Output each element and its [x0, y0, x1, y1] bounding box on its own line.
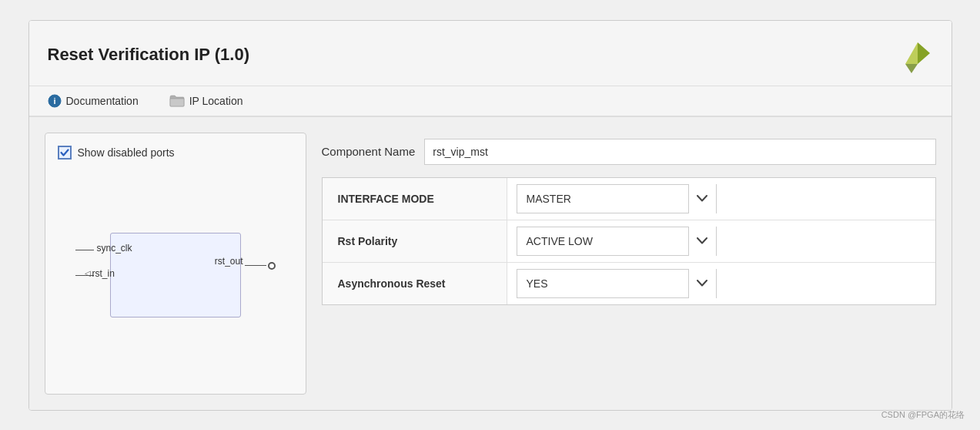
param-row-interface-mode: INTERFACE MODE MASTER: [323, 178, 935, 220]
rst-polarity-value: ACTIVE LOW: [517, 235, 688, 247]
show-disabled-label: Show disabled ports: [78, 146, 175, 159]
ip-location-link[interactable]: IP Location: [169, 95, 243, 107]
right-panel: Component Name INTERFACE MODE MASTER: [322, 133, 936, 395]
interface-mode-select[interactable]: MASTER: [517, 184, 717, 213]
svg-marker-0: [905, 42, 918, 64]
sync-clk-label: sync_clk: [97, 243, 132, 254]
async-reset-value: YES: [517, 277, 688, 290]
interface-mode-label: INTERFACE MODE: [323, 178, 507, 220]
diagram-area: sync_clk ◁ rst_in rst_out: [58, 169, 293, 381]
content-area: Show disabled ports sync_clk ◁ rst_in: [29, 117, 952, 410]
params-table: INTERFACE MODE MASTER: [322, 177, 936, 305]
rst-polarity-control: ACTIVE LOW: [507, 220, 935, 262]
interface-mode-control: MASTER: [507, 178, 935, 220]
folder-icon: [169, 95, 185, 107]
info-icon: i: [48, 94, 62, 108]
async-reset-select[interactable]: YES: [517, 269, 717, 298]
left-panel: Show disabled ports sync_clk ◁ rst_in: [45, 133, 306, 395]
svg-text:i: i: [53, 96, 55, 106]
interface-mode-chevron[interactable]: [688, 184, 716, 213]
wire-rst-out: [245, 262, 276, 270]
show-disabled-checkbox[interactable]: [58, 146, 72, 160]
async-reset-control: YES: [507, 263, 935, 304]
svg-marker-2: [905, 64, 918, 73]
component-name-label: Component Name: [322, 145, 416, 158]
main-window: Reset Verification IP (1.0) i Documentat…: [28, 20, 952, 411]
watermark: CSDN @FPGA的花络: [881, 409, 965, 421]
rst-polarity-label: Rst Polarity: [323, 220, 507, 262]
chevron-down-icon: [697, 280, 707, 287]
wire-sync-clk: [75, 250, 94, 251]
rst-polarity-chevron[interactable]: [688, 227, 716, 256]
interface-mode-value: MASTER: [517, 193, 688, 205]
rst-in-label: ◁ rst_in: [85, 268, 115, 279]
arrow-in-icon: ◁: [85, 269, 91, 277]
component-name-input[interactable]: [424, 139, 935, 165]
svg-marker-1: [918, 42, 930, 64]
param-row-rst-polarity: Rst Polarity ACTIVE LOW: [323, 220, 935, 263]
component-name-row: Component Name: [322, 139, 936, 165]
top-nav: i Documentation IP Location: [29, 86, 952, 117]
documentation-link[interactable]: i Documentation: [48, 94, 139, 108]
rst-out-dot: [268, 262, 276, 270]
chevron-down-icon: [697, 237, 707, 244]
param-row-async-reset: Asynchronous Reset YES: [323, 263, 935, 304]
page-title: Reset Verification IP (1.0): [48, 45, 249, 65]
async-reset-label: Asynchronous Reset: [323, 263, 507, 304]
chevron-down-icon: [697, 195, 707, 202]
check-icon: [60, 148, 69, 157]
logo-icon: [896, 36, 933, 73]
rst-polarity-select[interactable]: ACTIVE LOW: [517, 227, 717, 256]
title-bar: Reset Verification IP (1.0): [29, 21, 952, 86]
rst-out-label: rst_out: [215, 256, 243, 267]
async-reset-chevron[interactable]: [688, 269, 716, 298]
block-diagram: sync_clk ◁ rst_in rst_out: [75, 225, 276, 325]
show-disabled-row: Show disabled ports: [58, 146, 293, 160]
